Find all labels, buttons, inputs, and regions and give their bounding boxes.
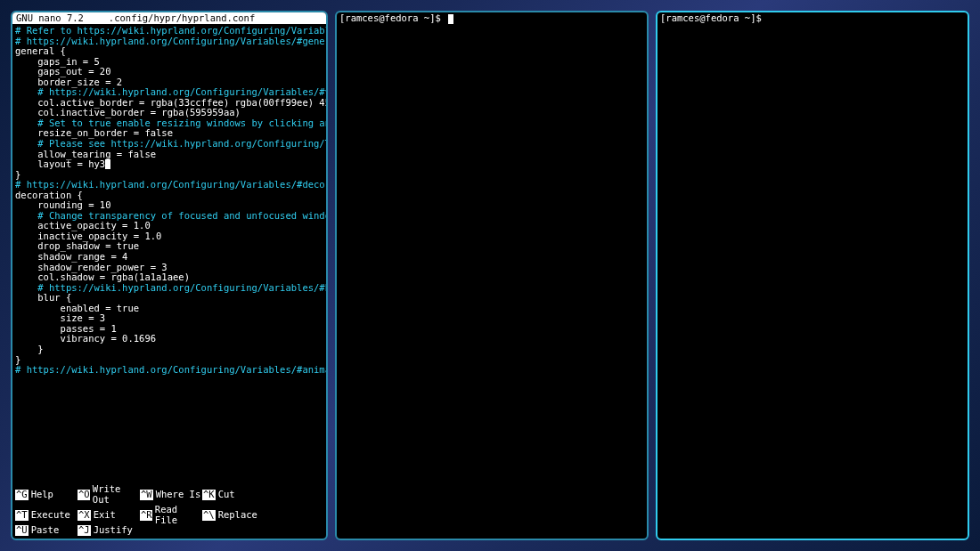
nano-shortcut: ^WWhere Is [140, 484, 202, 505]
editor-line[interactable]: vibrancy = 0.1696 [15, 334, 323, 344]
nano-filename: .config/hypr/hyprland.conf [109, 13, 255, 24]
nano-editor-body[interactable]: # Refer to https://wiki.hyprland.org/Con… [12, 24, 326, 483]
nano-shortcut: ^JJustify [78, 525, 140, 536]
shortcut-key: ^J [78, 525, 91, 536]
nano-shortcut: ^KCut [202, 484, 265, 505]
nano-titlebar: GNU nano 7.2 .config/hypr/hyprland.conf [12, 12, 326, 24]
shortcut-label: Write Out [93, 484, 140, 505]
nano-shortcut: ^TExecute [15, 505, 78, 525]
shortcut-label: Exit [94, 510, 116, 521]
editor-line[interactable]: gaps_out = 20 [15, 67, 323, 77]
shortcut-key: ^T [15, 510, 29, 521]
editor-line[interactable]: # Please see https://wiki.hyprland.org/C… [15, 139, 323, 150]
nano-shortcut: ^UPaste [15, 525, 78, 536]
nano-shortcut-bar: ^GHelp^OWrite Out^WWhere Is^KCut^TExecut… [12, 483, 326, 539]
shortcut-label: Where Is [156, 490, 201, 500]
shortcut-key: ^U [15, 525, 29, 536]
cursor-icon [448, 14, 453, 24]
nano-shortcut: ^OWrite Out [78, 484, 140, 505]
nano-shortcut: ^XExit [78, 505, 140, 525]
editor-line[interactable]: general { [15, 46, 323, 57]
terminal-prompt[interactable]: [ramces@fedora ~]$ [657, 12, 968, 25]
nano-shortcut: ^\Replace [202, 505, 265, 525]
shortcut-key: ^R [140, 510, 152, 521]
shortcut-key: ^X [78, 510, 91, 521]
shortcut-label: Execute [31, 510, 70, 521]
terminal-window-2[interactable]: [ramces@fedora ~]$ [656, 11, 969, 540]
prompt-text: [ramces@fedora ~]$ [660, 12, 762, 23]
prompt-text: [ramces@fedora ~]$ [339, 12, 446, 23]
editor-line[interactable]: # https://wiki.hyprland.org/Configuring/… [15, 365, 323, 376]
nano-app-name: GNU nano 7.2 [16, 13, 84, 24]
text-cursor-icon [105, 159, 110, 169]
shortcut-label: Replace [218, 510, 257, 521]
shortcut-label: Help [31, 490, 53, 500]
shortcut-label: Paste [31, 525, 60, 536]
terminal-prompt[interactable]: [ramces@fedora ~]$ [337, 12, 647, 25]
editor-line[interactable]: # Refer to https://wiki.hyprland.org/Con… [15, 26, 323, 36]
editor-line[interactable]: } [15, 344, 323, 355]
shortcut-key: ^G [15, 490, 29, 500]
editor-line[interactable]: shadow_range = 4 [15, 252, 323, 263]
shortcut-key: ^K [202, 490, 216, 500]
shortcut-label: Cut [218, 490, 235, 500]
nano-shortcut: ^GHelp [15, 484, 78, 505]
shortcut-label: Justify [94, 525, 133, 536]
shortcut-key: ^W [140, 490, 153, 500]
shortcut-key: ^\ [202, 510, 216, 521]
shortcut-label: Read File [155, 505, 202, 525]
editor-line[interactable]: col.shadow = rgba(1a1a1aee) [15, 272, 323, 283]
desktop: GNU nano 7.2 .config/hypr/hyprland.conf … [0, 0, 980, 551]
editor-window[interactable]: GNU nano 7.2 .config/hypr/hyprland.conf … [11, 11, 328, 540]
editor-line[interactable]: layout = hy3 [15, 159, 323, 170]
terminal-window-1[interactable]: [ramces@fedora ~]$ [335, 11, 649, 540]
nano-shortcut: ^RRead File [140, 505, 202, 525]
shortcut-key: ^O [78, 490, 90, 500]
